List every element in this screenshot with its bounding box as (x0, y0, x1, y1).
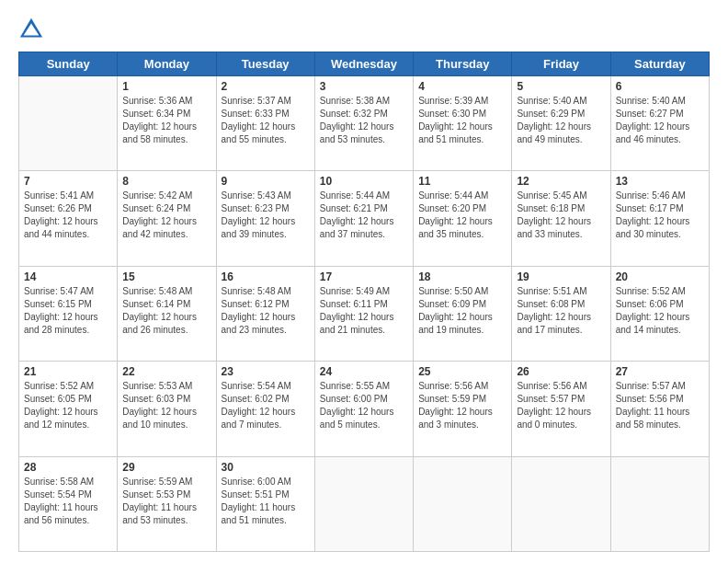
day-detail: Sunrise: 5:44 AMSunset: 6:20 PMDaylight:… (418, 190, 506, 241)
day-number: 9 (222, 175, 310, 188)
day-detail: Sunrise: 5:56 AMSunset: 5:57 PMDaylight:… (517, 380, 605, 431)
day-detail: Sunrise: 5:59 AMSunset: 5:53 PMDaylight:… (122, 476, 210, 527)
calendar-cell: 27Sunrise: 5:57 AMSunset: 5:56 PMDayligh… (610, 362, 709, 456)
day-number: 12 (517, 175, 605, 188)
calendar-cell: 9Sunrise: 5:43 AMSunset: 6:23 PMDaylight… (216, 171, 314, 266)
calendar-cell: 12Sunrise: 5:45 AMSunset: 6:18 PMDayligh… (512, 171, 610, 266)
calendar-cell: 14Sunrise: 5:47 AMSunset: 6:15 PMDayligh… (19, 266, 118, 361)
day-number: 11 (418, 175, 506, 188)
calendar-cell: 23Sunrise: 5:54 AMSunset: 6:02 PMDayligh… (216, 362, 314, 456)
calendar-cell: 11Sunrise: 5:44 AMSunset: 6:20 PMDayligh… (414, 171, 512, 266)
day-number: 23 (222, 365, 310, 378)
day-number: 26 (517, 365, 605, 378)
weekday-header-sunday: Sunday (19, 52, 118, 76)
calendar-cell: 8Sunrise: 5:42 AMSunset: 6:24 PMDaylight… (118, 171, 216, 266)
calendar-week-row: 1Sunrise: 5:36 AMSunset: 6:34 PMDaylight… (19, 76, 710, 171)
day-detail: Sunrise: 5:37 AMSunset: 6:33 PMDaylight:… (222, 95, 310, 146)
calendar-cell (19, 76, 118, 171)
day-number: 7 (24, 175, 112, 188)
header (18, 17, 710, 42)
calendar-cell: 1Sunrise: 5:36 AMSunset: 6:34 PMDaylight… (118, 76, 216, 171)
day-detail: Sunrise: 5:56 AMSunset: 5:59 PMDaylight:… (418, 380, 506, 431)
calendar-week-row: 7Sunrise: 5:41 AMSunset: 6:26 PMDaylight… (19, 171, 710, 266)
calendar-cell: 15Sunrise: 5:48 AMSunset: 6:14 PMDayligh… (118, 266, 216, 361)
weekday-header-tuesday: Tuesday (216, 52, 314, 76)
day-detail: Sunrise: 5:55 AMSunset: 6:00 PMDaylight:… (320, 380, 408, 431)
logo-icon (18, 17, 44, 42)
calendar-cell: 17Sunrise: 5:49 AMSunset: 6:11 PMDayligh… (314, 266, 413, 361)
day-number: 19 (517, 270, 605, 283)
day-detail: Sunrise: 6:00 AMSunset: 5:51 PMDaylight:… (222, 476, 310, 527)
weekday-header-thursday: Thursday (414, 52, 512, 76)
calendar-cell: 7Sunrise: 5:41 AMSunset: 6:26 PMDaylight… (19, 171, 118, 266)
calendar-cell: 5Sunrise: 5:40 AMSunset: 6:29 PMDaylight… (512, 76, 610, 171)
weekday-header-friday: Friday (512, 52, 610, 76)
day-number: 4 (418, 80, 506, 93)
day-number: 28 (24, 461, 112, 474)
day-number: 29 (122, 461, 210, 474)
calendar-cell: 22Sunrise: 5:53 AMSunset: 6:03 PMDayligh… (118, 362, 216, 456)
day-detail: Sunrise: 5:42 AMSunset: 6:24 PMDaylight:… (122, 190, 210, 241)
weekday-header-row: SundayMondayTuesdayWednesdayThursdayFrid… (19, 52, 710, 76)
day-detail: Sunrise: 5:49 AMSunset: 6:11 PMDaylight:… (320, 285, 408, 337)
day-number: 8 (122, 175, 210, 188)
calendar-cell: 30Sunrise: 6:00 AMSunset: 5:51 PMDayligh… (216, 456, 314, 551)
day-detail: Sunrise: 5:41 AMSunset: 6:26 PMDaylight:… (24, 190, 112, 241)
calendar-cell: 19Sunrise: 5:51 AMSunset: 6:08 PMDayligh… (512, 266, 610, 361)
day-number: 30 (222, 461, 310, 474)
day-detail: Sunrise: 5:38 AMSunset: 6:32 PMDaylight:… (320, 95, 408, 146)
calendar-cell: 16Sunrise: 5:48 AMSunset: 6:12 PMDayligh… (216, 266, 314, 361)
weekday-header-monday: Monday (118, 52, 216, 76)
calendar-week-row: 28Sunrise: 5:58 AMSunset: 5:54 PMDayligh… (19, 456, 710, 551)
day-number: 20 (616, 270, 704, 283)
day-detail: Sunrise: 5:52 AMSunset: 6:05 PMDaylight:… (24, 380, 112, 431)
day-number: 25 (418, 365, 506, 378)
day-detail: Sunrise: 5:53 AMSunset: 6:03 PMDaylight:… (122, 380, 210, 431)
day-number: 17 (320, 270, 408, 283)
day-detail: Sunrise: 5:54 AMSunset: 6:02 PMDaylight:… (222, 380, 310, 431)
day-detail: Sunrise: 5:43 AMSunset: 6:23 PMDaylight:… (222, 190, 310, 241)
calendar-cell: 4Sunrise: 5:39 AMSunset: 6:30 PMDaylight… (414, 76, 512, 171)
day-number: 6 (616, 80, 704, 93)
day-detail: Sunrise: 5:51 AMSunset: 6:08 PMDaylight:… (517, 285, 605, 337)
day-number: 1 (122, 80, 210, 93)
day-detail: Sunrise: 5:36 AMSunset: 6:34 PMDaylight:… (122, 95, 210, 146)
day-detail: Sunrise: 5:52 AMSunset: 6:06 PMDaylight:… (616, 285, 704, 337)
day-detail: Sunrise: 5:50 AMSunset: 6:09 PMDaylight:… (418, 285, 506, 337)
day-number: 10 (320, 175, 408, 188)
weekday-header-wednesday: Wednesday (314, 52, 413, 76)
calendar-cell: 25Sunrise: 5:56 AMSunset: 5:59 PMDayligh… (414, 362, 512, 456)
day-number: 2 (222, 80, 310, 93)
calendar-table: SundayMondayTuesdayWednesdayThursdayFrid… (18, 52, 710, 552)
day-detail: Sunrise: 5:57 AMSunset: 5:56 PMDaylight:… (616, 380, 704, 431)
calendar-cell (414, 456, 512, 551)
calendar-cell: 18Sunrise: 5:50 AMSunset: 6:09 PMDayligh… (414, 266, 512, 361)
calendar-cell: 29Sunrise: 5:59 AMSunset: 5:53 PMDayligh… (118, 456, 216, 551)
day-number: 16 (222, 270, 310, 283)
day-detail: Sunrise: 5:44 AMSunset: 6:21 PMDaylight:… (320, 190, 408, 241)
calendar-cell: 13Sunrise: 5:46 AMSunset: 6:17 PMDayligh… (610, 171, 709, 266)
day-detail: Sunrise: 5:47 AMSunset: 6:15 PMDaylight:… (24, 285, 112, 337)
day-detail: Sunrise: 5:46 AMSunset: 6:17 PMDaylight:… (616, 190, 704, 241)
day-detail: Sunrise: 5:48 AMSunset: 6:14 PMDaylight:… (122, 285, 210, 337)
weekday-header-saturday: Saturday (610, 52, 709, 76)
day-detail: Sunrise: 5:40 AMSunset: 6:29 PMDaylight:… (517, 95, 605, 146)
calendar-week-row: 14Sunrise: 5:47 AMSunset: 6:15 PMDayligh… (19, 266, 710, 361)
day-number: 15 (122, 270, 210, 283)
day-number: 3 (320, 80, 408, 93)
page: SundayMondayTuesdayWednesdayThursdayFrid… (0, 0, 728, 563)
day-detail: Sunrise: 5:45 AMSunset: 6:18 PMDaylight:… (517, 190, 605, 241)
calendar-cell: 24Sunrise: 5:55 AMSunset: 6:00 PMDayligh… (314, 362, 413, 456)
calendar-cell: 28Sunrise: 5:58 AMSunset: 5:54 PMDayligh… (19, 456, 118, 551)
day-number: 24 (320, 365, 408, 378)
day-detail: Sunrise: 5:40 AMSunset: 6:27 PMDaylight:… (616, 95, 704, 146)
calendar-cell (512, 456, 610, 551)
calendar-cell: 3Sunrise: 5:38 AMSunset: 6:32 PMDaylight… (314, 76, 413, 171)
day-number: 21 (24, 365, 112, 378)
calendar-cell (610, 456, 709, 551)
calendar-cell: 10Sunrise: 5:44 AMSunset: 6:21 PMDayligh… (314, 171, 413, 266)
calendar-cell: 2Sunrise: 5:37 AMSunset: 6:33 PMDaylight… (216, 76, 314, 171)
day-detail: Sunrise: 5:39 AMSunset: 6:30 PMDaylight:… (418, 95, 506, 146)
calendar-cell: 21Sunrise: 5:52 AMSunset: 6:05 PMDayligh… (19, 362, 118, 456)
day-detail: Sunrise: 5:58 AMSunset: 5:54 PMDaylight:… (24, 476, 112, 527)
